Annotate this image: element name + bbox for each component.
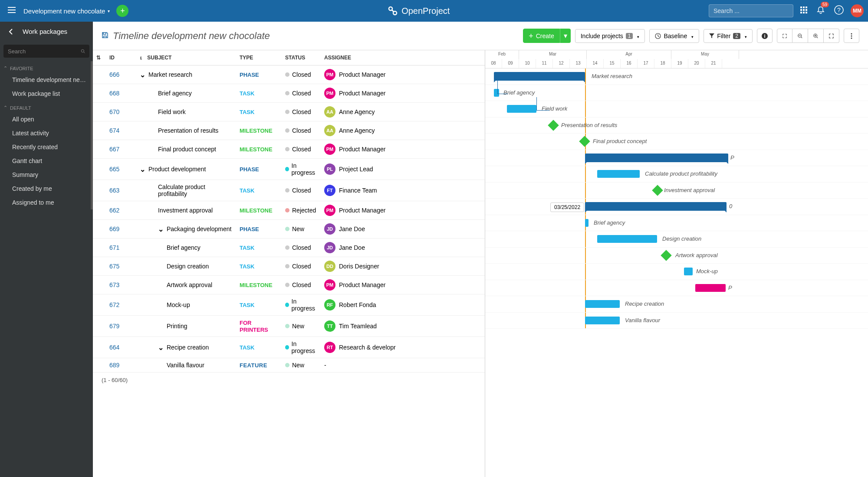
sidebar-group-header[interactable]: ⌃FAVORITE [0, 61, 93, 73]
wp-id-link[interactable]: 670 [109, 108, 119, 115]
wp-id-link[interactable]: 669 [109, 225, 119, 232]
gantt-row[interactable]: Final product concept [485, 134, 868, 150]
gantt-row[interactable]: Mock-up [485, 264, 868, 280]
zoom-in-button[interactable] [808, 29, 824, 43]
table-row[interactable]: 675 Design creation TASK Closed DDDoris … [93, 257, 485, 276]
gantt-chart[interactable]: FebMarAprMay 080910111213141516171819202… [485, 50, 868, 477]
gantt-milestone[interactable] [652, 185, 663, 196]
gantt-row[interactable]: Calculate product profitability [485, 166, 868, 183]
wp-id-link[interactable]: 665 [109, 166, 119, 173]
zoom-out-button[interactable] [792, 29, 808, 43]
wp-id-link[interactable]: 662 [109, 207, 119, 214]
help-icon[interactable]: ? [832, 3, 846, 19]
expand-caret-icon[interactable] [158, 225, 163, 233]
gantt-bar[interactable] [585, 300, 620, 308]
filter-button[interactable]: Filter 2 [704, 29, 753, 43]
gantt-bar[interactable] [695, 284, 726, 292]
gantt-bar[interactable] [597, 235, 657, 243]
type-header[interactable]: TYPE [236, 50, 282, 65]
info-button[interactable]: i [757, 29, 773, 43]
sidebar-item[interactable]: Gantt chart [0, 154, 93, 168]
wp-id-link[interactable]: 667 [109, 146, 119, 153]
subject-header[interactable]: SUBJECT [136, 50, 236, 65]
wp-id-link[interactable]: 671 [109, 244, 119, 251]
gantt-row[interactable]: Field work [485, 101, 868, 118]
gantt-bar[interactable] [507, 105, 536, 113]
table-row[interactable]: 666 Market research PHASE Closed PMProdu… [93, 65, 485, 84]
table-row[interactable]: 667 Final product concept MILESTONE Clos… [93, 140, 485, 159]
wp-id-link[interactable]: 679 [109, 323, 119, 330]
gantt-row[interactable]: Vanilla flavour [485, 313, 868, 329]
gantt-row[interactable]: P [485, 280, 868, 297]
table-row[interactable]: 679 Printing FOR PRINTERS New TTTim Team… [93, 316, 485, 337]
sidebar-item[interactable]: Assigned to me [0, 196, 93, 209]
sidebar-item[interactable]: Summary [0, 168, 93, 182]
global-search[interactable] [709, 4, 793, 17]
project-selector[interactable]: Development new chocolate [23, 7, 110, 15]
gantt-bar[interactable] [585, 219, 589, 227]
sidebar-search[interactable] [3, 45, 89, 58]
wp-id-link[interactable]: 663 [109, 187, 119, 194]
gantt-milestone[interactable] [661, 250, 671, 261]
gantt-bar[interactable] [494, 72, 585, 81]
gantt-row[interactable]: P [485, 150, 868, 167]
gantt-bar[interactable] [585, 154, 728, 162]
sidebar-item[interactable]: Latest activity [0, 126, 93, 140]
notifications-icon[interactable]: 59 [814, 3, 827, 18]
table-row[interactable]: 674 Presentation of results MILESTONE Cl… [93, 121, 485, 140]
user-avatar[interactable]: MM [851, 4, 864, 17]
table-row[interactable]: 689 Vanilla flavour FEATURE New - [93, 358, 485, 372]
status-header[interactable]: STATUS [282, 50, 321, 65]
gantt-bar[interactable] [585, 202, 727, 211]
gantt-row[interactable]: Artwork approval [485, 248, 868, 264]
wp-id-link[interactable]: 675 [109, 263, 119, 270]
wp-id-link[interactable]: 666 [109, 71, 119, 78]
sidebar-item[interactable]: Created by me [0, 182, 93, 196]
table-row[interactable]: 672 Mock-up TASK In progress RFRobert Fo… [93, 294, 485, 316]
sidebar-item[interactable]: Recently created [0, 140, 93, 154]
id-header[interactable]: ID [106, 50, 136, 65]
table-row[interactable]: 662 Investment approval MILESTONE Reject… [93, 201, 485, 220]
table-row[interactable]: 663 Calculate product profitability TASK… [93, 180, 485, 201]
create-button[interactable]: + Create [523, 29, 560, 43]
gantt-bar[interactable] [585, 317, 620, 324]
gantt-bar[interactable] [684, 268, 693, 275]
table-row[interactable]: 671 Brief agency TASK Closed JDJane Doe [93, 238, 485, 257]
wp-id-link[interactable]: 674 [109, 127, 119, 134]
table-row[interactable]: 664 Recipe creation TASK In progress RTR… [93, 337, 485, 358]
gantt-milestone[interactable] [579, 136, 590, 147]
gantt-row[interactable]: Investment approval [485, 183, 868, 199]
more-button[interactable] [844, 29, 859, 43]
expand-caret-icon[interactable] [158, 343, 163, 352]
wp-id-link[interactable]: 673 [109, 281, 119, 288]
table-row[interactable]: 665 Product development PHASE In progres… [93, 159, 485, 180]
wp-id-link[interactable]: 668 [109, 90, 119, 97]
fullscreen-button[interactable] [777, 29, 792, 43]
gantt-row[interactable]: Market research [485, 69, 868, 85]
gantt-milestone[interactable] [548, 120, 559, 131]
global-add-button[interactable]: + [116, 5, 128, 17]
create-dropdown[interactable]: ▾ [560, 29, 571, 43]
back-icon[interactable] [8, 28, 15, 35]
gantt-bar[interactable] [494, 89, 499, 97]
hamburger-menu[interactable] [4, 3, 19, 18]
sidebar-item[interactable]: Work package list [0, 87, 93, 101]
wp-id-link[interactable]: 664 [109, 344, 119, 351]
assignee-header[interactable]: ASSIGNEE [321, 50, 485, 65]
table-row[interactable]: 668 Brief agency TASK Closed PMProduct M… [93, 84, 485, 103]
table-row[interactable]: 670 Field work TASK Closed AAAnne Agency [93, 103, 485, 121]
wp-id-link[interactable]: 689 [109, 362, 119, 369]
gantt-row[interactable]: Recipe creation [485, 296, 868, 313]
save-icon[interactable] [102, 32, 108, 40]
gantt-row[interactable]: 003/25/2022 [485, 199, 868, 215]
gantt-row[interactable]: Presentation of results [485, 118, 868, 134]
expand-caret-icon[interactable] [140, 71, 145, 79]
sort-column[interactable]: ⇅ [93, 50, 106, 65]
table-row[interactable]: 673 Artwork approval MILESTONE Closed PM… [93, 276, 485, 294]
sidebar-group-header[interactable]: ⌃DEFAULT [0, 101, 93, 112]
include-projects-button[interactable]: Include projects 1 [575, 29, 645, 43]
gantt-row[interactable]: Design creation [485, 231, 868, 248]
apps-grid-icon[interactable] [798, 4, 810, 18]
search-input[interactable] [713, 7, 789, 14]
sidebar-item[interactable]: Timeline development new … [0, 73, 93, 87]
